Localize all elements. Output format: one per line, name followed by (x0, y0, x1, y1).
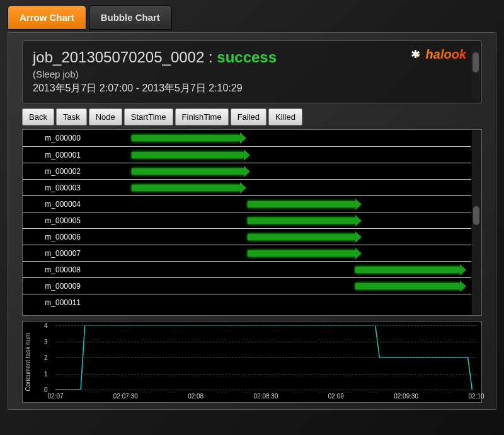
arrow-row[interactable]: m_000006 (23, 228, 471, 245)
y-tick: 4 (44, 322, 48, 329)
task-arrow[interactable] (248, 218, 355, 224)
logo-icon (411, 49, 423, 61)
starttime-button[interactable]: StartTime (124, 108, 173, 125)
x-tick: 02:07:30 (113, 393, 138, 400)
job-header-panel: halook job_201305070205_0002 : success (… (22, 40, 482, 103)
arrow-row[interactable]: m_000003 (23, 179, 471, 195)
task-arrow[interactable] (248, 234, 355, 240)
job-id: job_201305070205_0002 (33, 49, 204, 66)
arrow-row[interactable]: m_000005 (23, 212, 471, 228)
row-label: m_000002 (23, 167, 86, 176)
back-button[interactable]: Back (22, 108, 54, 125)
y-tick: 2 (44, 354, 48, 361)
arrow-chart-panel: m_000000m_000001m_000002m_000003m_000004… (22, 129, 482, 316)
job-separator: : (209, 49, 213, 66)
halook-logo: halook (411, 47, 466, 62)
killed-button[interactable]: Killed (268, 108, 302, 125)
job-status: success (217, 49, 277, 66)
arrow-row[interactable]: m_000008 (23, 261, 471, 277)
task-arrow[interactable] (132, 185, 239, 191)
task-arrow[interactable] (132, 152, 243, 158)
toolbar: Back Task Node StartTime FinishTime Fail… (22, 108, 482, 125)
row-label: m_000006 (23, 233, 86, 241)
arrow-row[interactable]: m_000009 (23, 277, 471, 294)
y-tick: 3 (44, 338, 48, 345)
x-tick: 02:09:30 (394, 393, 418, 400)
task-arrow[interactable] (132, 135, 239, 141)
finishtime-button[interactable]: FinishTime (175, 108, 229, 125)
row-label: m_000009 (23, 282, 86, 291)
row-label: m_000008 (23, 265, 86, 274)
node-button[interactable]: Node (89, 108, 122, 125)
x-tick: 02:10 (468, 393, 484, 400)
x-tick: 02:08:30 (254, 393, 278, 400)
row-label: m_000007 (23, 249, 86, 258)
task-arrow[interactable] (248, 250, 355, 257)
job-subtitle: (Sleep job) (33, 69, 471, 79)
task-arrow[interactable] (355, 283, 459, 289)
job-time-range: 2013年5月7日 2:07:00 - 2013年5月7日 2:10:29 (33, 82, 471, 95)
arrow-scrollbar[interactable] (472, 130, 481, 315)
y-tick: 1 (44, 370, 48, 377)
task-arrow[interactable] (355, 267, 459, 273)
x-tick: 02:07 (47, 393, 63, 400)
task-arrow[interactable] (248, 201, 355, 207)
arrow-row[interactable]: m_000001 (23, 146, 471, 163)
logo-text: halook (426, 47, 466, 62)
arrow-row[interactable]: m_000004 (23, 195, 471, 212)
arrow-row[interactable]: m_000000 (23, 130, 471, 146)
main-content: halook job_201305070205_0002 : success (… (8, 32, 496, 410)
concurrent-chart-panel: Concurrent task num 0123402:0702:07:3002… (22, 321, 482, 403)
row-label: m_000004 (23, 200, 86, 209)
header-scrollbar[interactable] (471, 44, 480, 100)
arrow-row[interactable]: m_000007 (23, 245, 471, 261)
row-label: m_000001 (23, 151, 86, 160)
tab-bubble-chart[interactable]: Bubble Chart (89, 5, 172, 30)
tab-bar: Arrow Chart Bubble Chart (0, 0, 504, 30)
chart-ylabel: Concurrent task num (25, 333, 32, 392)
job-title: job_201305070205_0002 : success (33, 49, 471, 66)
row-label: m_000005 (23, 216, 86, 225)
row-label: m_000011 (23, 298, 86, 307)
y-tick: 0 (44, 386, 48, 393)
arrow-row[interactable]: m_000011 (23, 294, 471, 310)
x-tick: 02:09 (328, 393, 344, 400)
task-arrow[interactable] (132, 168, 243, 175)
failed-button[interactable]: Failed (231, 108, 266, 125)
row-label: m_000000 (23, 134, 86, 142)
row-label: m_000003 (23, 183, 86, 192)
tab-arrow-chart[interactable]: Arrow Chart (8, 5, 86, 30)
x-tick: 02:08 (188, 393, 203, 400)
arrow-row[interactable]: m_000002 (23, 163, 471, 179)
task-button[interactable]: Task (56, 108, 87, 125)
